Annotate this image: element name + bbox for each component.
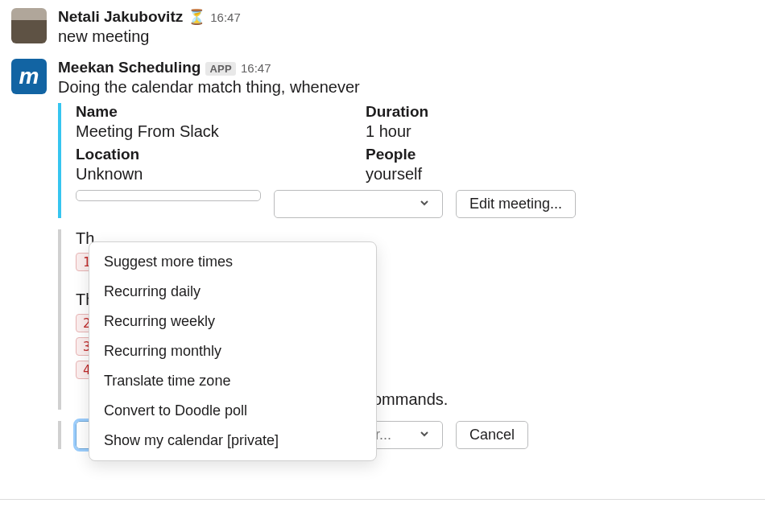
message-row-user: Netali Jakubovitz ⏳ 16:47 new meeting xyxy=(11,8,754,46)
field-value-people: yourself xyxy=(366,165,623,184)
sender-name-app[interactable]: Meekan Scheduling xyxy=(58,59,201,76)
cancel-button[interactable]: Cancel xyxy=(456,421,528,449)
select-hidden-2[interactable] xyxy=(274,190,443,218)
avatar[interactable] xyxy=(11,8,47,43)
message-text: Doing the calendar match thing, whenever xyxy=(58,78,754,97)
popover-item-suggest-times[interactable]: Suggest more times xyxy=(89,247,376,277)
popover-item-recurring-weekly[interactable]: Recurring weekly xyxy=(89,307,376,336)
avatar-app[interactable]: m xyxy=(11,59,47,94)
popover-item-recurring-daily[interactable]: Recurring daily xyxy=(89,277,376,307)
divider xyxy=(0,499,765,500)
field-value-location: Unknown xyxy=(76,165,333,184)
edit-meeting-label: Edit meeting... xyxy=(469,196,562,212)
popover-item-translate-tz[interactable]: Translate time zone xyxy=(89,366,376,396)
attachment-event: Name Meeting From Slack Duration 1 hour … xyxy=(58,103,754,218)
timestamp: 16:47 xyxy=(241,61,271,75)
chevron-down-icon xyxy=(420,429,429,441)
hourglass-icon: ⏳ xyxy=(188,8,205,26)
field-value-duration: 1 hour xyxy=(366,122,623,141)
popover-item-recurring-monthly[interactable]: Recurring monthly xyxy=(89,336,376,366)
popover-item-show-calendar[interactable]: Show my calendar [private] xyxy=(89,426,376,456)
chevron-down-icon xyxy=(420,198,429,210)
field-label-location: Location xyxy=(76,146,333,163)
cancel-label: Cancel xyxy=(469,427,515,443)
more-actions-popover: Suggest more times Recurring daily Recur… xyxy=(89,241,377,461)
timestamp: 16:47 xyxy=(210,10,241,24)
sender-name[interactable]: Netali Jakubovitz xyxy=(58,8,183,26)
field-label-people: People xyxy=(366,146,623,163)
avatar-letter: m xyxy=(19,64,39,89)
field-label-duration: Duration xyxy=(366,103,623,121)
app-badge: APP xyxy=(205,62,236,76)
select-hidden-1[interactable] xyxy=(76,190,261,201)
field-label-name: Name xyxy=(76,103,333,121)
edit-meeting-button[interactable]: Edit meeting... xyxy=(456,190,576,218)
field-value-name: Meeting From Slack xyxy=(76,122,333,141)
message-text: new meeting xyxy=(58,27,754,46)
popover-item-doodle-poll[interactable]: Convert to Doodle poll xyxy=(89,396,376,426)
